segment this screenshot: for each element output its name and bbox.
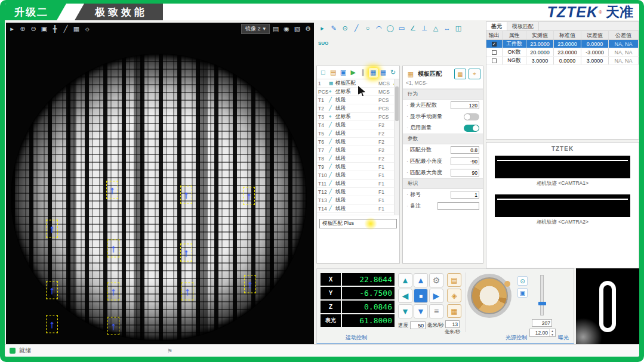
camera-viewport[interactable]: ▸⊕⊖▣╋╱▦☼ 镜像 2 ▾ ▤◉▧⚙ ↑↑↑↑↑↑↑↑↑↑↑↑ bbox=[6, 23, 314, 344]
mirror-dropdown-label: 镜像 2 bbox=[245, 25, 261, 33]
max-match-input[interactable] bbox=[451, 101, 479, 109]
jog-mode-2-icon[interactable]: ◈ bbox=[447, 289, 461, 302]
angle-icon[interactable]: ∠ bbox=[408, 23, 418, 33]
distance-icon[interactable]: ↔ bbox=[442, 23, 452, 33]
light-ring-icon[interactable]: ⊙ bbox=[517, 276, 528, 286]
jog-sliders-icon[interactable]: ≡ bbox=[429, 304, 443, 318]
pointer-icon[interactable]: ▸ bbox=[7, 24, 17, 33]
results-table-body: 工件数23.000023.00000.0000NA, NAOK数20.00002… bbox=[486, 40, 639, 65]
measure-list-row[interactable]: T13╱线段F1 bbox=[317, 196, 399, 205]
perp-icon[interactable]: ⊥ bbox=[420, 23, 429, 33]
match-settings-button[interactable]: ▦ bbox=[454, 69, 466, 79]
grid-icon[interactable]: ▦ bbox=[72, 24, 81, 33]
output-checkbox[interactable] bbox=[492, 42, 497, 47]
enable-measure-label: 启用测量 bbox=[406, 124, 432, 132]
jog-left-icon[interactable]: ◀ bbox=[398, 289, 412, 303]
brightness-slider-thumb[interactable] bbox=[538, 302, 546, 305]
scrollbar-thumb[interactable] bbox=[395, 86, 399, 121]
arc-icon[interactable]: ◠ bbox=[374, 23, 384, 33]
rect-icon[interactable]: ▭ bbox=[397, 23, 406, 33]
match-target-button[interactable]: ⌖ bbox=[469, 69, 480, 79]
light-coax-icon[interactable]: ▣ bbox=[517, 288, 528, 298]
pause-icon[interactable]: ∥ bbox=[359, 68, 368, 78]
result-row[interactable]: NG数3.00000.00003.0000NA, NA bbox=[486, 57, 639, 65]
enable-measure-toggle[interactable] bbox=[464, 125, 479, 132]
light-icon[interactable]: ☼ bbox=[82, 24, 92, 33]
ring-light-wheel[interactable] bbox=[467, 274, 511, 318]
measure-list-row[interactable]: T7╱线段F2 bbox=[317, 146, 399, 154]
settings-icon[interactable]: ⚙ bbox=[303, 24, 313, 33]
ellipse-icon[interactable]: ◯ bbox=[386, 23, 395, 33]
line-icon[interactable]: ╱ bbox=[352, 23, 361, 33]
measure-list-row[interactable]: T4╱线段F2 bbox=[317, 121, 399, 129]
select-icon[interactable]: ▸ bbox=[318, 23, 327, 33]
brightness-slider[interactable] bbox=[540, 275, 544, 315]
jog-settings-icon[interactable]: ⚙ bbox=[429, 273, 443, 287]
grid-glow-icon[interactable]: ▦ bbox=[369, 68, 378, 78]
step-speed-unit: 毫米/秒 bbox=[445, 329, 460, 335]
tag-input[interactable] bbox=[451, 191, 479, 199]
pan-icon[interactable]: ╋ bbox=[50, 24, 60, 33]
fit-icon[interactable]: ▣ bbox=[39, 24, 49, 33]
measure-list-row[interactable]: T3⌖坐标系PCS bbox=[317, 113, 399, 121]
output-checkbox[interactable] bbox=[492, 58, 497, 63]
measure-list-row[interactable]: T2╱线段PCS bbox=[317, 104, 399, 113]
banner-tag: 升级二 bbox=[5, 4, 66, 20]
step-speed-input[interactable] bbox=[445, 320, 460, 328]
measure-list-row[interactable]: T10╱线段F1 bbox=[317, 171, 399, 180]
zoom-in-icon[interactable]: ⊕ bbox=[18, 24, 27, 33]
measure-list-row[interactable]: T11╱线段F1 bbox=[317, 180, 399, 188]
result-row[interactable]: 工件数23.000023.00000.0000NA, NA bbox=[486, 40, 639, 48]
circle-icon[interactable]: ○ bbox=[363, 23, 372, 33]
spinner-arrows-icon[interactable]: ▲▼ bbox=[549, 329, 555, 336]
jog-down-fast-icon[interactable]: ▼ bbox=[398, 304, 412, 318]
measure-list-row[interactable]: T1╱线段PCS bbox=[317, 96, 399, 104]
min-angle-input[interactable] bbox=[451, 157, 479, 165]
max-angle-input[interactable] bbox=[451, 169, 479, 177]
exposure-spinner[interactable]: 12.00 ▲▼ bbox=[529, 329, 556, 337]
jog-mode-3-icon[interactable]: ▦ bbox=[447, 304, 461, 318]
zoom-out-icon[interactable]: ⊖ bbox=[29, 24, 38, 33]
new-icon[interactable]: □ bbox=[319, 68, 328, 78]
mirror-dropdown[interactable]: 镜像 2 ▾ bbox=[241, 24, 270, 34]
slot-preview-camera bbox=[576, 268, 639, 344]
speed-input[interactable] bbox=[410, 321, 426, 329]
calc-icon[interactable]: ▦ bbox=[379, 68, 388, 78]
measure-list-scrollbar[interactable] bbox=[394, 79, 399, 215]
speed-label: 速度 bbox=[398, 322, 408, 329]
measure-list-row[interactable]: T6╱线段F2 bbox=[317, 138, 399, 146]
save-icon[interactable]: ▣ bbox=[339, 68, 348, 78]
layers-icon[interactable]: ▤ bbox=[271, 24, 281, 33]
jog-stop-icon[interactable]: ■ bbox=[414, 289, 428, 303]
measure-list-row[interactable]: T8╱线段F2 bbox=[317, 154, 399, 163]
play-icon[interactable]: ▶ bbox=[349, 68, 358, 78]
overlay-icon[interactable]: ▧ bbox=[292, 24, 302, 33]
snapshot-icon[interactable]: ◉ bbox=[282, 24, 291, 33]
measure-list-row[interactable]: T9╱线段F1 bbox=[317, 163, 399, 171]
measure-list-row[interactable]: T5╱线段F2 bbox=[317, 129, 399, 138]
score-input[interactable] bbox=[451, 146, 479, 154]
jog-mode-1-icon[interactable]: ▤ bbox=[447, 273, 461, 287]
measure-icon[interactable]: ╱ bbox=[61, 24, 70, 33]
result-row[interactable]: OK数20.000023.0000-3.0000NA, NA bbox=[486, 48, 639, 57]
pen-icon[interactable]: ✎ bbox=[329, 23, 338, 33]
jog-down-icon[interactable]: ▼ bbox=[414, 304, 428, 318]
triangle-icon[interactable]: △ bbox=[431, 23, 440, 33]
tab-primitive[interactable]: 基元 bbox=[486, 22, 507, 30]
measure-footer-input[interactable]: 模板匹配 Plus bbox=[319, 219, 397, 228]
tab-template-match[interactable]: 模板匹配 bbox=[507, 22, 539, 30]
measure-list-row[interactable]: T14╱线段F1 bbox=[317, 205, 399, 213]
show-manual-toggle[interactable] bbox=[464, 113, 479, 120]
jog-right-icon[interactable]: ▶ bbox=[429, 289, 443, 303]
output-checkbox[interactable] bbox=[492, 50, 497, 55]
note-input[interactable] bbox=[437, 202, 479, 210]
jog-up-icon[interactable]: ▲ bbox=[414, 273, 428, 287]
jog-up-fast-icon[interactable]: ▲ bbox=[398, 273, 412, 287]
measure-list-row[interactable]: T12╱线段F1 bbox=[317, 188, 399, 196]
point-icon[interactable]: ⊙ bbox=[340, 23, 350, 33]
caliper-icon[interactable]: ◫ bbox=[454, 23, 463, 33]
open-icon[interactable]: ▤ bbox=[329, 68, 338, 78]
refresh-icon[interactable]: ↻ bbox=[389, 68, 398, 78]
exposure-value: 12.00 bbox=[530, 330, 549, 336]
side-label: SUO bbox=[318, 41, 328, 46]
